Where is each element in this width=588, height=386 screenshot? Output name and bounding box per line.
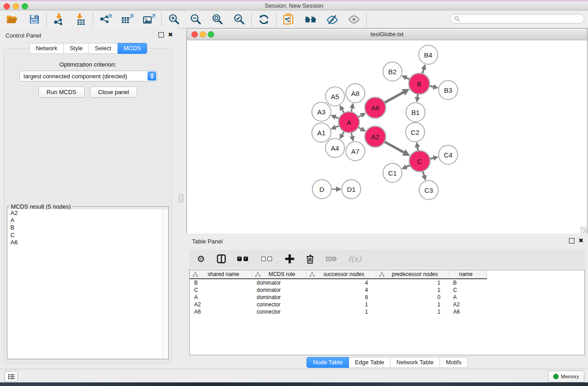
- table-cell[interactable]: A: [449, 294, 487, 300]
- edge-A-A1[interactable]: [335, 126, 339, 127]
- edge-A-A8[interactable]: [351, 108, 352, 112]
- result-item[interactable]: A: [8, 217, 163, 224]
- zoom-window-button[interactable]: [22, 3, 28, 10]
- result-item[interactable]: C: [8, 232, 163, 239]
- tab-edge-table[interactable]: Edge Table: [349, 357, 391, 368]
- table-cell[interactable]: A2: [190, 301, 252, 308]
- table-cell[interactable]: 1: [306, 301, 376, 308]
- table-row[interactable]: A2connector11A2: [190, 301, 584, 308]
- close-window-button[interactable]: [4, 3, 10, 10]
- export-table-icon[interactable]: [121, 13, 134, 26]
- edge-C-C3[interactable]: [423, 171, 424, 176]
- show-columns-icon[interactable]: [217, 254, 226, 264]
- network-zoom-button[interactable]: [208, 31, 214, 38]
- column-header-MCDS-role[interactable]: MCDS role: [252, 270, 306, 279]
- edge-C-C4[interactable]: [430, 158, 433, 159]
- delete-table-icon[interactable]: [326, 254, 337, 264]
- splitpane-grip[interactable]: [179, 194, 183, 202]
- edge-B-B4[interactable]: [422, 69, 424, 74]
- table-cell[interactable]: B: [449, 280, 487, 286]
- open-file-icon[interactable]: [6, 13, 19, 26]
- add-column-icon[interactable]: [285, 254, 294, 264]
- result-item[interactable]: A2: [8, 210, 163, 217]
- tab-mcds[interactable]: MCDS: [118, 43, 147, 54]
- zoom-selected-icon[interactable]: [233, 13, 245, 26]
- result-item[interactable]: A6: [8, 239, 163, 246]
- zoom-fit-icon[interactable]: [211, 13, 224, 26]
- edge-C-C1[interactable]: [406, 165, 410, 167]
- edge-A2-C[interactable]: [384, 142, 404, 152]
- criterion-dropdown[interactable]: largest connected component (directed): [19, 71, 157, 81]
- table-row[interactable]: A6connector11A6: [190, 308, 584, 315]
- mcds-result-list[interactable]: A2ABCA6: [8, 210, 163, 358]
- refresh-layout-icon[interactable]: [258, 13, 270, 26]
- table-cell[interactable]: C: [449, 287, 487, 293]
- node-table[interactable]: shared nameMCDS rolesuccessor nodesprede…: [189, 270, 585, 355]
- result-scrollbar[interactable]: [162, 210, 168, 358]
- column-header-successor-nodes[interactable]: successor nodes: [306, 270, 376, 279]
- network-minimize-button[interactable]: [200, 31, 206, 38]
- hide-details-icon[interactable]: [326, 13, 339, 26]
- column-header-name[interactable]: name: [449, 270, 487, 279]
- window-resize-grip[interactable]: [580, 227, 587, 233]
- table-cell[interactable]: 0: [376, 294, 449, 300]
- tab-motifs[interactable]: Motifs: [440, 357, 468, 368]
- network-canvas[interactable]: B4B2BB3B1A5A8A6A3AA1C2A2A4A7C4CC1C3DD1: [187, 40, 587, 234]
- close-panel-icon[interactable]: ✖: [168, 33, 173, 37]
- table-cell[interactable]: connector: [252, 301, 306, 308]
- zoom-out-icon[interactable]: [189, 13, 202, 26]
- tab-network[interactable]: Network: [29, 43, 64, 54]
- close-panel-button[interactable]: Close panel: [90, 86, 138, 98]
- edge-B-B3[interactable]: [429, 86, 433, 87]
- table-cell[interactable]: dominator: [252, 287, 306, 293]
- edge-A-A5[interactable]: [342, 110, 344, 113]
- deselect-all-icon[interactable]: [261, 254, 274, 264]
- table-cell[interactable]: A: [190, 294, 252, 300]
- network-close-button[interactable]: [191, 31, 198, 38]
- edge-A-A4[interactable]: [342, 131, 344, 135]
- export-network-icon[interactable]: [99, 13, 112, 26]
- table-settings-icon[interactable]: ⚙: [196, 254, 206, 264]
- float-panel-icon[interactable]: [158, 32, 164, 38]
- table-cell[interactable]: dominator: [252, 280, 306, 286]
- run-mcds-button[interactable]: Run MCDS: [38, 86, 85, 98]
- delete-column-icon[interactable]: [306, 254, 315, 264]
- table-cell[interactable]: 1: [376, 309, 449, 315]
- search-box[interactable]: [450, 14, 584, 24]
- memory-button[interactable]: Memory: [548, 371, 584, 382]
- home-icon[interactable]: [304, 13, 317, 26]
- table-row[interactable]: Adominator80A: [190, 294, 584, 301]
- table-cell[interactable]: 1: [376, 301, 449, 308]
- column-header-predecessor-nodes[interactable]: predecessor nodes: [376, 270, 449, 279]
- table-cell[interactable]: A6: [190, 309, 252, 315]
- table-cell[interactable]: 1: [376, 280, 449, 286]
- edge-C-C2[interactable]: [417, 147, 418, 151]
- network-files-icon[interactable]: [282, 13, 295, 26]
- minimize-window-button[interactable]: [13, 3, 19, 10]
- table-cell[interactable]: 1: [306, 309, 376, 315]
- table-cell[interactable]: C: [190, 287, 252, 293]
- table-cell[interactable]: dominator: [252, 294, 306, 300]
- table-cell[interactable]: 4: [306, 280, 376, 286]
- table-cell[interactable]: B: [190, 280, 252, 286]
- column-header-shared-name[interactable]: shared name: [190, 270, 252, 279]
- function-builder-icon[interactable]: f(x): [348, 254, 361, 264]
- select-all-icon[interactable]: [237, 254, 250, 264]
- export-image-icon[interactable]: [143, 13, 155, 26]
- tab-node-table[interactable]: Node Table: [306, 357, 349, 368]
- table-cell[interactable]: A2: [449, 301, 487, 308]
- table-cell[interactable]: connector: [252, 309, 306, 315]
- edge-A-A3[interactable]: [335, 117, 339, 119]
- result-item[interactable]: B: [8, 224, 163, 231]
- dropdown-stepper-icon[interactable]: [148, 71, 156, 81]
- import-table-icon[interactable]: [74, 13, 87, 26]
- tab-style[interactable]: Style: [64, 43, 89, 54]
- import-network-icon[interactable]: [53, 13, 65, 26]
- table-close-panel-icon[interactable]: ✖: [578, 238, 583, 243]
- show-details-icon[interactable]: [348, 13, 360, 26]
- table-cell[interactable]: A6: [449, 309, 487, 315]
- task-history-button[interactable]: [5, 371, 18, 382]
- table-row[interactable]: Cdominator41C: [190, 286, 584, 294]
- table-float-panel-icon[interactable]: [569, 238, 574, 243]
- table-cell[interactable]: 4: [306, 287, 376, 293]
